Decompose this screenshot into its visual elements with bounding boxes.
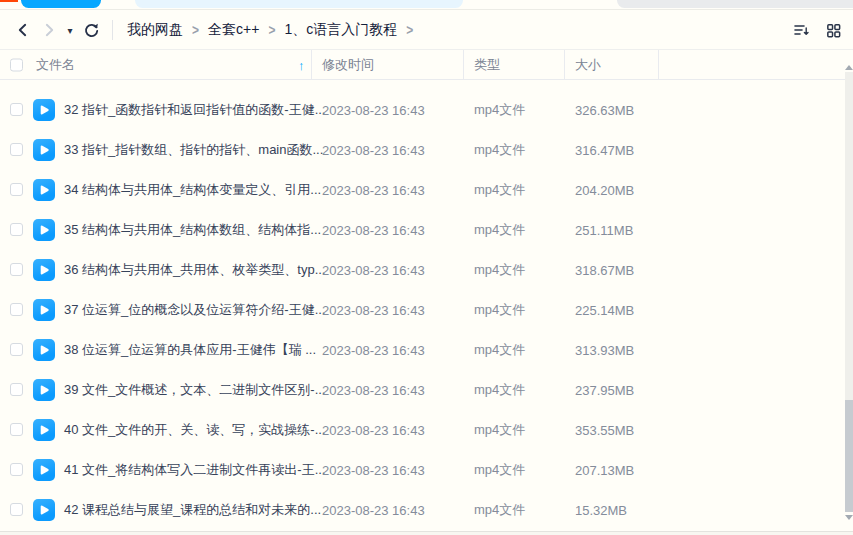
file-row[interactable]: 32 指针_函数指针和返回指针值的函数-王健... 2023-08-23 16:… bbox=[0, 90, 845, 130]
netdisk-file-page: ▾ 我的网盘 > 全套c++ > 1、c语言入门教程 > bbox=[0, 0, 853, 535]
file-type: mp4文件 bbox=[474, 501, 525, 519]
breadcrumb-item-current[interactable]: 1、c语言入门教程 bbox=[284, 21, 397, 39]
column-divider bbox=[658, 50, 659, 79]
video-file-icon bbox=[33, 419, 55, 441]
file-name[interactable]: 35 结构体与共用体_结构体数组、结构体指... bbox=[64, 221, 321, 239]
row-checkbox[interactable] bbox=[10, 343, 23, 356]
sort-ascending-icon[interactable]: ↑ bbox=[298, 57, 305, 72]
file-row[interactable]: 42 课程总结与展望_课程的总结和对未来的... 2023-08-23 16:4… bbox=[0, 490, 845, 530]
file-row[interactable]: 40 文件_文件的开、关、读、写，实战操练-... 2023-08-23 16:… bbox=[0, 410, 845, 450]
chevron-right-icon bbox=[41, 22, 57, 38]
file-row[interactable]: 35 结构体与共用体_结构体数组、结构体指... 2023-08-23 16:4… bbox=[0, 210, 845, 250]
file-name[interactable]: 37 位运算_位的概念以及位运算符介绍-王健... bbox=[64, 301, 325, 319]
grid-view-button[interactable] bbox=[821, 18, 845, 42]
video-file-icon bbox=[33, 299, 55, 321]
file-modified-time: 2023-08-23 16:43 bbox=[322, 303, 425, 318]
refresh-button[interactable] bbox=[78, 17, 104, 43]
file-name[interactable]: 34 结构体与共用体_结构体变量定义、引用... bbox=[64, 181, 321, 199]
file-modified-time: 2023-08-23 16:43 bbox=[322, 223, 425, 238]
file-size: 318.67MB bbox=[575, 263, 634, 278]
tab-shape-light[interactable] bbox=[135, 0, 463, 8]
select-all-checkbox[interactable] bbox=[10, 58, 23, 71]
chevron-down-icon: ▾ bbox=[67, 25, 72, 36]
video-file-icon bbox=[33, 99, 55, 121]
play-icon bbox=[33, 219, 55, 241]
scrollbar-track[interactable] bbox=[845, 72, 853, 512]
row-checkbox[interactable] bbox=[10, 463, 23, 476]
file-size: 225.14MB bbox=[575, 303, 634, 318]
history-dropdown-button[interactable]: ▾ bbox=[62, 17, 78, 43]
column-header-size[interactable]: 大小 bbox=[575, 56, 601, 74]
chevron-left-icon bbox=[15, 22, 31, 38]
file-row[interactable]: 41 文件_将结构体写入二进制文件再读出-王... 2023-08-23 16:… bbox=[0, 450, 845, 490]
file-row[interactable]: 33 指针_指针数组、指针的指针、main函数... 2023-08-23 16… bbox=[0, 130, 845, 170]
file-name[interactable]: 36 结构体与共用体_共用体、枚举类型、typ... bbox=[64, 261, 325, 279]
file-modified-time: 2023-08-23 16:43 bbox=[322, 103, 425, 118]
row-checkbox[interactable] bbox=[10, 183, 23, 196]
play-icon bbox=[33, 299, 55, 321]
column-header-type[interactable]: 类型 bbox=[474, 56, 500, 74]
file-name[interactable]: 39 文件_文件概述，文本、二进制文件区别-... bbox=[64, 381, 325, 399]
row-checkbox[interactable] bbox=[10, 303, 23, 316]
file-type: mp4文件 bbox=[474, 341, 525, 359]
file-type: mp4文件 bbox=[474, 301, 525, 319]
sort-order-button[interactable] bbox=[789, 18, 813, 42]
tab-shape-gray[interactable] bbox=[617, 0, 853, 8]
toolbar-right-actions bbox=[789, 18, 853, 42]
file-row[interactable]: 34 结构体与共用体_结构体变量定义、引用... 2023-08-23 16:4… bbox=[0, 170, 845, 210]
file-name[interactable]: 32 指针_函数指针和返回指针值的函数-王健... bbox=[64, 101, 325, 119]
video-file-icon bbox=[33, 139, 55, 161]
file-row[interactable]: 37 位运算_位的概念以及位运算符介绍-王健... 2023-08-23 16:… bbox=[0, 290, 845, 330]
column-header-time[interactable]: 修改时间 bbox=[322, 56, 374, 74]
file-modified-time: 2023-08-23 16:43 bbox=[322, 183, 425, 198]
video-file-icon bbox=[33, 259, 55, 281]
video-file-icon bbox=[33, 219, 55, 241]
file-size: 326.63MB bbox=[575, 103, 634, 118]
row-checkbox[interactable] bbox=[10, 263, 23, 276]
breadcrumb-item-root[interactable]: 我的网盘 bbox=[127, 21, 183, 39]
file-name[interactable]: 41 文件_将结构体写入二进制文件再读出-王... bbox=[64, 461, 325, 479]
refresh-icon bbox=[83, 22, 100, 39]
scrollbar-thumb[interactable] bbox=[845, 400, 853, 512]
scrollbar[interactable] bbox=[845, 62, 853, 522]
file-row[interactable]: 39 文件_文件概述，文本、二进制文件区别-... 2023-08-23 16:… bbox=[0, 370, 845, 410]
scroll-down-arrow[interactable] bbox=[845, 512, 853, 522]
video-file-icon bbox=[33, 459, 55, 481]
play-icon bbox=[33, 139, 55, 161]
file-modified-time: 2023-08-23 16:43 bbox=[322, 423, 425, 438]
play-icon bbox=[33, 99, 55, 121]
breadcrumb-item-folder[interactable]: 全套c++ bbox=[208, 21, 259, 39]
scroll-up-arrow[interactable] bbox=[845, 62, 853, 72]
table-header: 文件名 ↑ 修改时间 类型 大小 bbox=[0, 49, 853, 80]
column-divider bbox=[564, 50, 565, 79]
progress-bar bbox=[0, 0, 18, 2]
column-divider bbox=[311, 50, 312, 79]
row-checkbox[interactable] bbox=[10, 143, 23, 156]
file-row[interactable]: 38 位运算_位运算的具体应用-王健伟【瑞 ... 2023-08-23 16:… bbox=[0, 330, 845, 370]
play-icon bbox=[33, 339, 55, 361]
window-tab-strip bbox=[0, 0, 853, 10]
file-size: 353.55MB bbox=[575, 423, 634, 438]
row-checkbox[interactable] bbox=[10, 503, 23, 516]
row-checkbox[interactable] bbox=[10, 103, 23, 116]
breadcrumb-separator-icon: > bbox=[406, 22, 413, 38]
file-row[interactable]: 36 结构体与共用体_共用体、枚举类型、typ... 2023-08-23 16… bbox=[0, 250, 845, 290]
column-divider bbox=[463, 50, 464, 79]
file-size: 15.32MB bbox=[575, 503, 627, 518]
file-modified-time: 2023-08-23 16:43 bbox=[322, 463, 425, 478]
row-checkbox[interactable] bbox=[10, 423, 23, 436]
file-type: mp4文件 bbox=[474, 141, 525, 159]
back-button[interactable] bbox=[10, 17, 36, 43]
file-name[interactable]: 33 指针_指针数组、指针的指针、main函数... bbox=[64, 141, 323, 159]
file-name[interactable]: 40 文件_文件的开、关、读、写，实战操练-... bbox=[64, 421, 325, 439]
column-header-name[interactable]: 文件名 bbox=[36, 56, 75, 74]
file-name[interactable]: 42 课程总结与展望_课程的总结和对未来的... bbox=[64, 501, 321, 519]
video-file-icon bbox=[33, 179, 55, 201]
active-tab-pill[interactable] bbox=[21, 0, 101, 8]
row-checkbox[interactable] bbox=[10, 223, 23, 236]
file-name[interactable]: 38 位运算_位运算的具体应用-王健伟【瑞 ... bbox=[64, 341, 316, 359]
forward-button[interactable] bbox=[36, 17, 62, 43]
video-file-icon bbox=[33, 499, 55, 521]
row-checkbox[interactable] bbox=[10, 383, 23, 396]
play-icon bbox=[33, 259, 55, 281]
